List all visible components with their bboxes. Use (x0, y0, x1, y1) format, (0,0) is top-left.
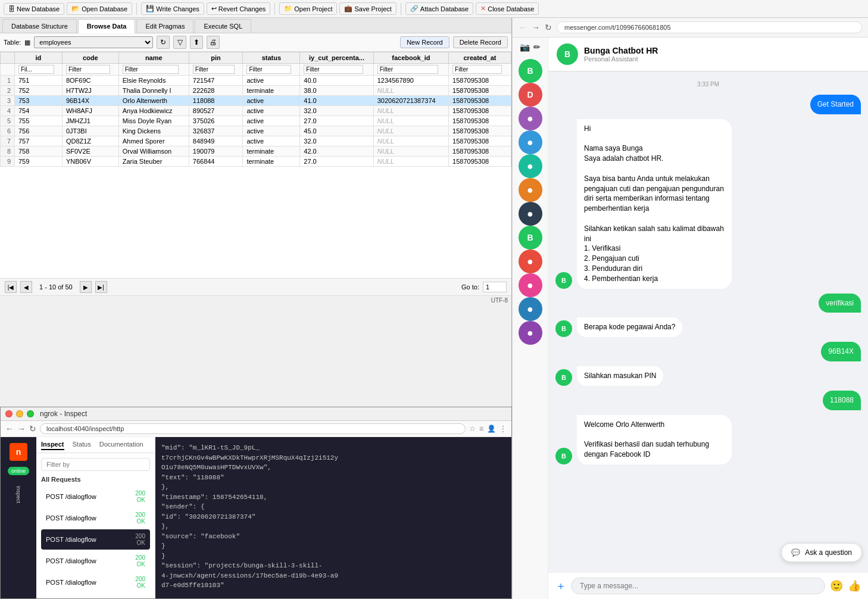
filter-button[interactable]: ▽ (173, 36, 186, 49)
table-row[interactable]: 7 757 QD8Z1Z Ahmed Sporer 848949 active … (1, 136, 511, 146)
prev-page-button[interactable]: ◀ (20, 281, 32, 293)
request-item[interactable]: POST /dialogflow 200OK (41, 486, 150, 507)
contact-avatar[interactable]: B (519, 59, 542, 83)
filter-pin[interactable] (189, 64, 243, 76)
export-button[interactable]: ⬆ (190, 36, 203, 49)
emoji-button[interactable]: 🙂 (830, 579, 843, 592)
chat-forward-button[interactable]: → (532, 23, 540, 32)
col-created-at[interactable]: created_at (449, 52, 511, 64)
contact-avatar[interactable]: ● (519, 154, 542, 178)
request-item[interactable]: POST /dialogflow 200OK (41, 508, 150, 528)
contact-avatar[interactable]: ● (519, 249, 542, 273)
filter-name[interactable] (118, 64, 189, 76)
goto-input[interactable] (483, 282, 507, 292)
row-number: 8 (1, 146, 15, 157)
chat-bubble-icon: 💬 (791, 548, 800, 557)
new-record-button[interactable]: New Record (400, 36, 449, 48)
print-button[interactable]: 🖨 (207, 36, 220, 49)
filter-iy-cut[interactable] (300, 64, 373, 76)
table-row[interactable]: 3 753 96B14X Orlo Altenwerth 118088 acti… (1, 96, 511, 106)
request-item[interactable]: POST /dialogflow 200OK (41, 551, 150, 571)
browser-refresh-button[interactable]: ↻ (29, 424, 36, 433)
contact-avatar[interactable]: ● (519, 178, 542, 202)
table-row[interactable]: 8 758 SF0V2E Orval Williamson 190079 ter… (1, 146, 511, 157)
video-call-icon[interactable]: 📷 (520, 42, 530, 52)
contact-avatar[interactable]: ● (519, 202, 542, 226)
add-attachment-icon[interactable]: ＋ (555, 579, 566, 593)
chat-refresh-button[interactable]: ↻ (545, 23, 552, 32)
window-close-button[interactable] (5, 410, 13, 417)
browser-back-button[interactable]: ← (5, 424, 14, 433)
message-input[interactable] (571, 578, 825, 594)
table-row[interactable]: 2 752 H7TW2J Thalia Donnelly I 222628 te… (1, 86, 511, 96)
tab-execute-sql[interactable]: Execute SQL (195, 19, 251, 33)
first-page-button[interactable]: |◀ (5, 281, 17, 293)
tab-browse-data[interactable]: Browse Data (78, 19, 136, 33)
ngrok-tab-docs[interactable]: Documentation (99, 439, 143, 450)
table-row[interactable]: 6 756 0JT3BI King Dickens 326837 active … (1, 126, 511, 136)
ngrok-tab-inspect[interactable]: Inspect (41, 439, 64, 450)
chat-back-button[interactable]: ← (519, 23, 527, 32)
contact-avatar[interactable]: ● (519, 130, 542, 154)
new-database-button[interactable]: 🗄 New Database (4, 3, 64, 15)
tab-database-structure[interactable]: Database Structure (2, 19, 77, 33)
contact-avatar[interactable]: B (519, 226, 542, 249)
contact-avatar[interactable]: ● (519, 297, 542, 321)
reader-icon[interactable]: ≡ (479, 425, 483, 433)
table-row[interactable]: 5 755 JMHZJ1 Miss Doyle Ryan 375026 acti… (1, 116, 511, 126)
cell-created-at: 1587095308 (449, 76, 511, 86)
col-facebook-id[interactable]: facebook_id (373, 52, 448, 64)
attach-database-button[interactable]: 🔗 Attach Database (405, 2, 473, 15)
ngrok-tab-status[interactable]: Status (73, 439, 91, 450)
cell-iy-cut: 40.0 (300, 76, 373, 86)
cell-created-at: 1587095308 (449, 126, 511, 136)
filter-id[interactable] (15, 64, 63, 76)
col-status[interactable]: status (243, 52, 300, 64)
col-name[interactable]: name (118, 52, 189, 64)
write-changes-button[interactable]: 💾 Write Changes (141, 2, 204, 15)
table-row[interactable]: 9 759 YNB06V Zaria Steuber 766844 termin… (1, 157, 511, 167)
col-id[interactable]: id (15, 52, 63, 64)
contact-avatar[interactable]: ● (519, 321, 542, 345)
refresh-table-button[interactable]: ↻ (157, 36, 170, 49)
open-database-button[interactable]: 📂 Open Database (67, 2, 132, 15)
filter-status[interactable] (243, 64, 300, 76)
table-row[interactable]: 4 754 WH8AFJ Anya Hodkiewicz 890527 acti… (1, 106, 511, 116)
contact-avatar[interactable]: ● (519, 107, 542, 130)
filter-code[interactable] (62, 64, 118, 76)
open-project-button[interactable]: 📁 Open Project (279, 2, 337, 15)
ngrok-inspect-nav[interactable]: Inspect (15, 486, 21, 503)
request-item[interactable]: POST /dialogflow 200OK (41, 529, 150, 550)
window-maximize-button[interactable] (27, 410, 34, 417)
browser-forward-button[interactable]: → (17, 424, 26, 433)
col-iy-cut[interactable]: iy_cut_percenta... (300, 52, 373, 64)
bookmark-icon[interactable]: ☆ (469, 425, 476, 433)
close-database-button[interactable]: ✕ Close Database (476, 2, 539, 15)
table-selector[interactable]: employees (34, 36, 153, 48)
ask-question-widget[interactable]: 💬 Ask a question (781, 543, 862, 562)
filter-row (1, 64, 511, 76)
col-pin[interactable]: pin (189, 52, 243, 64)
tab-edit-pragmas[interactable]: Edit Pragmas (136, 19, 193, 33)
request-item[interactable]: POST /dialogflow 200OK (41, 572, 150, 592)
delete-record-button[interactable]: Delete Record (453, 36, 508, 48)
next-page-button[interactable]: ▶ (80, 281, 92, 293)
table-row[interactable]: 1 751 8OF69C Elsie Reynolds 721547 activ… (1, 76, 511, 86)
menu-icon[interactable]: ⋮ (499, 425, 507, 433)
compose-icon[interactable]: ✏ (533, 42, 541, 52)
col-code[interactable]: code (62, 52, 118, 64)
filter-created-at[interactable] (449, 64, 511, 76)
contact-avatar[interactable]: ● (519, 273, 542, 297)
revert-changes-button[interactable]: ↩ Revert Changes (207, 2, 271, 15)
thumbs-up-button[interactable]: 👍 (848, 579, 861, 592)
window-minimize-button[interactable] (16, 410, 23, 417)
chat-header-info: Bunga Chatbot HR Personal Assistant (584, 46, 658, 63)
filter-facebook-id[interactable] (373, 64, 448, 76)
data-table-container: id code name pin status iy_cut_percenta.… (0, 52, 511, 278)
last-page-button[interactable]: ▶| (95, 281, 107, 293)
ngrok-url-bar[interactable]: localhost:4040/inspect/http (40, 423, 466, 434)
user-avatar-icon[interactable]: 👤 (487, 425, 496, 433)
ngrok-filter-input[interactable] (41, 458, 150, 471)
contact-avatar[interactable]: D (519, 83, 542, 107)
save-project-button[interactable]: 💼 Save Project (339, 2, 396, 15)
